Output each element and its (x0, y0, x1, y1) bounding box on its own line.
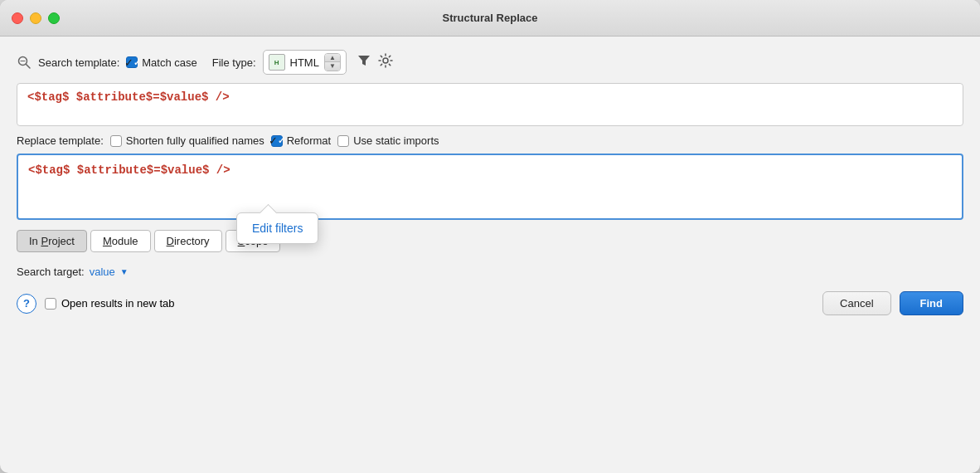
minimize-button[interactable] (30, 12, 41, 24)
static-imports-label: Use static imports (353, 134, 439, 147)
tab-module[interactable]: Module (90, 230, 151, 252)
content-area: Search template: ✓ Match case File type:… (0, 37, 980, 473)
static-imports-option[interactable]: Use static imports (337, 134, 439, 147)
svg-point-4 (383, 58, 388, 63)
svg-line-1 (27, 65, 31, 69)
tab-in-project[interactable]: In Project (17, 230, 87, 252)
stepper-down-icon[interactable]: ▼ (325, 62, 340, 71)
gear-icon[interactable] (378, 53, 393, 71)
traffic-lights (12, 12, 60, 24)
search-template-area: <$tag$ $attribute$=$value$ /> Edit filte… (17, 83, 963, 126)
shorten-names-checkbox[interactable] (110, 135, 122, 147)
search-template-row: Search template: ✓ Match case File type:… (17, 50, 963, 75)
search-template-code: <$tag$ $attribute$=$value$ /> (27, 90, 230, 104)
maximize-button[interactable] (48, 12, 60, 24)
search-template-box[interactable]: <$tag$ $attribute$=$value$ /> (17, 83, 963, 126)
match-case-label: Match case (142, 56, 196, 69)
replace-template-box[interactable]: <$tag$ $attribute$=$value$ /> (17, 154, 963, 220)
search-target-row: Search target: value ▼ (17, 266, 963, 278)
find-button[interactable]: Find (900, 291, 963, 315)
filetype-value: HTML (290, 56, 319, 69)
search-target-label: Search target: (17, 266, 85, 278)
filetype-label: File type: (212, 56, 256, 69)
html-file-icon: H (269, 54, 285, 71)
tab-directory[interactable]: Directory (154, 230, 222, 252)
replace-template-code: <$tag$ $attribute$=$value$ /> (28, 163, 230, 177)
main-window: Structural Replace Search template: ✓ Ma… (0, 0, 980, 473)
close-button[interactable] (12, 12, 23, 24)
titlebar: Structural Replace (0, 0, 980, 37)
open-results-label: Open results in new tab (61, 297, 175, 310)
search-template-label: Search template: (38, 56, 119, 69)
bottom-row: ? Open results in new tab Cancel Find (17, 291, 963, 315)
reformat-label: Reformat (287, 134, 331, 147)
filetype-stepper[interactable]: ▲ ▼ (324, 53, 341, 71)
checkmark-icon: ✓ (269, 134, 278, 147)
open-results-option: Open results in new tab (45, 297, 175, 310)
svg-marker-3 (358, 56, 370, 66)
open-results-checkbox[interactable] (45, 298, 56, 310)
window-title: Structural Replace (443, 12, 538, 24)
search-target-value[interactable]: value (90, 266, 115, 278)
stepper-up-icon[interactable]: ▲ (325, 54, 340, 62)
help-button[interactable]: ? (17, 294, 36, 314)
shorten-names-label: Shorten fully qualified names (126, 134, 264, 147)
reformat-checkbox[interactable]: ✓ (271, 135, 283, 147)
match-case-option[interactable]: ✓ Match case (126, 56, 196, 69)
scope-tabs: In Project Module Directory Scope (17, 230, 963, 252)
cancel-button[interactable]: Cancel (822, 291, 890, 315)
checkmark-icon: ✓ (124, 56, 133, 69)
match-case-checkbox[interactable]: ✓ (126, 56, 138, 68)
edit-filters-popup: Edit filters (236, 212, 318, 244)
replace-template-row: Replace template: Shorten fully qualifie… (17, 134, 963, 147)
replace-template-label: Replace template: (17, 134, 104, 147)
search-icon (17, 55, 32, 70)
filetype-select[interactable]: H HTML ▲ ▼ (263, 50, 347, 75)
reformat-option[interactable]: ✓ Reformat (271, 134, 331, 147)
static-imports-checkbox[interactable] (337, 135, 349, 147)
edit-filters-link[interactable]: Edit filters (252, 222, 303, 235)
edit-filters-popup-container: Edit filters (236, 212, 318, 244)
search-target-dropdown-icon[interactable]: ▼ (120, 267, 129, 276)
filter-icon[interactable] (357, 53, 371, 71)
shorten-names-option[interactable]: Shorten fully qualified names (110, 134, 264, 147)
